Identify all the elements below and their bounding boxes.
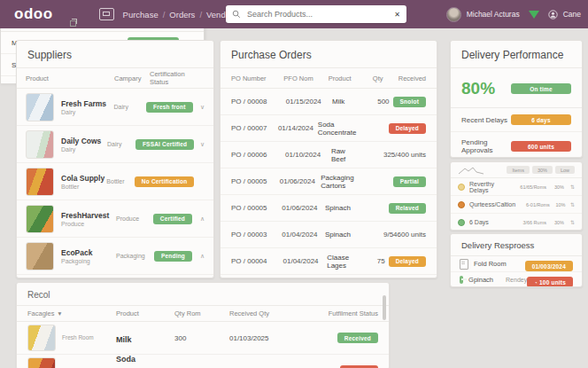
- copy-icon[interactable]: [70, 20, 76, 27]
- stat-percent: 30%: [546, 220, 564, 225]
- supplier-name: Daily Cows: [61, 137, 107, 145]
- po-number: PO / 00003: [231, 231, 282, 239]
- breadcrumb-orders[interactable]: Orders: [169, 10, 195, 20]
- supplier-category: Dairy: [61, 109, 114, 115]
- supplier-name: Fresh Farms: [61, 99, 114, 108]
- supplier-company: Dairy: [107, 141, 135, 147]
- receipts-column-headers: Facagles▾ Product Qty Rom Received Qty F…: [17, 306, 389, 322]
- progress-label: Fold Room: [474, 260, 507, 268]
- po-date: 01/10/2024: [285, 151, 331, 159]
- green-triangle-icon[interactable]: [529, 11, 539, 19]
- po-date: 01/14/2024: [278, 124, 318, 132]
- stat-row[interactable]: Qurteess/Caltion 6-01/Roms 10% ⇅: [451, 196, 582, 214]
- search-input[interactable]: [245, 9, 390, 20]
- search-box[interactable]: ✕: [226, 5, 406, 23]
- supplier-thumbnail: [26, 168, 54, 196]
- supplier-company: Bottler: [106, 178, 134, 184]
- po-status-badge: Partial: [393, 176, 426, 187]
- po-number: PO / 00007: [231, 124, 278, 132]
- col-po-number: PO Number: [231, 74, 283, 82]
- po-status-badge: Relaved: [389, 203, 426, 214]
- col-fulfilment-status: Futfilment Status: [307, 309, 378, 317]
- po-row[interactable]: PO / 00005 01/06/2024 Packaging Cartons …: [220, 168, 437, 195]
- filter-pill[interactable]: Low: [555, 166, 575, 174]
- orange-dot-icon: [458, 201, 465, 208]
- supplier-company: Dairy: [114, 104, 147, 110]
- odoo-logo: odoo: [14, 5, 53, 23]
- apps-icon[interactable]: [99, 8, 114, 20]
- supplier-row[interactable]: Daily Cows Dairy Dairy FSSAI Certified ∨: [17, 126, 213, 163]
- supplier-thumbnail: [26, 93, 54, 121]
- po-row[interactable]: PO / 00004 01/04/2024 Claase Lages 75Del…: [220, 248, 437, 275]
- user-area: Michael Acturas Cane: [446, 0, 581, 28]
- supplier-category: Dairy: [61, 146, 107, 153]
- chevron-down-icon[interactable]: ∨: [194, 141, 205, 148]
- product-thumbnail: [27, 357, 56, 368]
- supplier-row[interactable]: Fresh Farms Dairy Dairy Fresh front ∨: [17, 89, 213, 126]
- po-row[interactable]: PO / 00005 01/06/2024 Spinach Relaved: [220, 195, 437, 222]
- supplier-name: FreshHarvest: [61, 211, 116, 220]
- date-badge: 01/003/2024: [525, 261, 573, 271]
- units-badge: ◔100 units: [527, 277, 573, 287]
- clock-icon: ◔: [534, 280, 538, 286]
- delivery-performance-title: Delivery Performance: [451, 41, 582, 68]
- supplier-row[interactable]: EcoPack Packgoing Packaging Pending ∧: [17, 238, 213, 275]
- qty-rom: 300: [174, 334, 229, 342]
- delivery-progress-title: Delivery Resproess: [451, 234, 582, 256]
- po-date: 01/15/2024: [286, 98, 332, 106]
- mini-stats-panel: Items 30% Low Reverthy Delays 61/65/Roms…: [450, 161, 583, 231]
- chevron-up-icon[interactable]: ∧: [192, 215, 205, 223]
- supplier-thumbnail: [26, 205, 54, 233]
- col-product: Product: [116, 309, 174, 317]
- supplier-thumbnail: [26, 242, 54, 270]
- progress-row[interactable]: Gpinach Rendey ◔100 units: [451, 272, 582, 287]
- filter-pill[interactable]: 30%: [532, 166, 553, 174]
- supplier-category: Packgoing: [61, 258, 116, 264]
- recent-delays-label: Recent Delays: [461, 116, 507, 124]
- po-row[interactable]: PO / 00008 01/15/2024 Milk 500Snolot: [220, 89, 437, 115]
- receipt-row[interactable]: Apply Coms Soda ConcentrateReceiving : C…: [17, 355, 389, 368]
- po-row[interactable]: PO / 00006 01/10/2024 Raw Beef 325/400 u…: [220, 142, 437, 168]
- po-number: PO / 00004: [231, 257, 283, 265]
- supplier-row[interactable]: FreshHarvest Produce Produce Certified ∧: [17, 200, 213, 238]
- supplier-row[interactable]: Cola Supply Bottler Bottler No Certifica…: [17, 163, 213, 200]
- stat-label: Qurteess/Caltion: [469, 201, 515, 207]
- perf-row: Recent Delays 6 days: [451, 108, 582, 132]
- clear-search-icon[interactable]: ✕: [394, 11, 400, 19]
- po-date: 01/06/2024: [282, 204, 325, 212]
- po-status-badge: Delayed: [389, 123, 426, 134]
- trend-arrows-icon: ⇅: [564, 184, 575, 190]
- stat-label: Reverthy Delays: [469, 181, 507, 193]
- storage-location: Fresh Room: [62, 333, 106, 341]
- receipt-row[interactable]: Fresh Room Milk 300 01/103/2025 Received: [17, 322, 389, 355]
- breadcrumb-purchase[interactable]: Purchase: [123, 10, 159, 20]
- vertical-scrollbar[interactable]: [383, 295, 386, 320]
- po-product: Milk: [332, 98, 344, 106]
- supplier-category: Bottler: [61, 184, 106, 190]
- user-name[interactable]: Michael Acturas: [467, 10, 520, 19]
- col-facagles[interactable]: Facagles▾: [27, 309, 116, 317]
- po-number: PO / 00005: [231, 177, 280, 185]
- chevron-up-icon[interactable]: ∧: [192, 253, 205, 260]
- stat-percent: 30%: [546, 184, 564, 190]
- status-badge: Fresh front: [146, 102, 193, 113]
- po-row[interactable]: PO / 00003 01/04/2024 Spinach 9/54600 un…: [220, 222, 437, 248]
- chevron-down-icon[interactable]: ∨: [193, 104, 205, 111]
- po-product: Claase Lages: [327, 254, 349, 270]
- stat-row[interactable]: Reverthy Delays 61/65/Roms 30% ⇅: [451, 178, 582, 196]
- status-badge: Certified: [153, 214, 192, 224]
- product-thumbnail: [27, 325, 56, 351]
- stat-row[interactable]: 6 Days 3/66 Rums 30% ⇅: [451, 214, 582, 231]
- on-time-score: 80%: [461, 79, 495, 98]
- search-icon: [232, 10, 241, 19]
- po-row[interactable]: PO / 00007 01/14/2024 Soda Concentrate D…: [220, 115, 437, 142]
- session-label[interactable]: Cane: [563, 10, 581, 19]
- pending-approvals-badge: 600 units: [511, 141, 571, 152]
- col-company: Campary: [114, 74, 150, 82]
- avatar[interactable]: [446, 7, 461, 22]
- progress-row[interactable]: Fold Room 01/003/2024: [451, 256, 582, 272]
- po-product: Spinach: [325, 231, 351, 239]
- stat-value: 61/65/Roms: [507, 184, 546, 190]
- po-product: Packaging Cartons: [321, 174, 353, 190]
- filter-pill[interactable]: Items: [507, 166, 529, 174]
